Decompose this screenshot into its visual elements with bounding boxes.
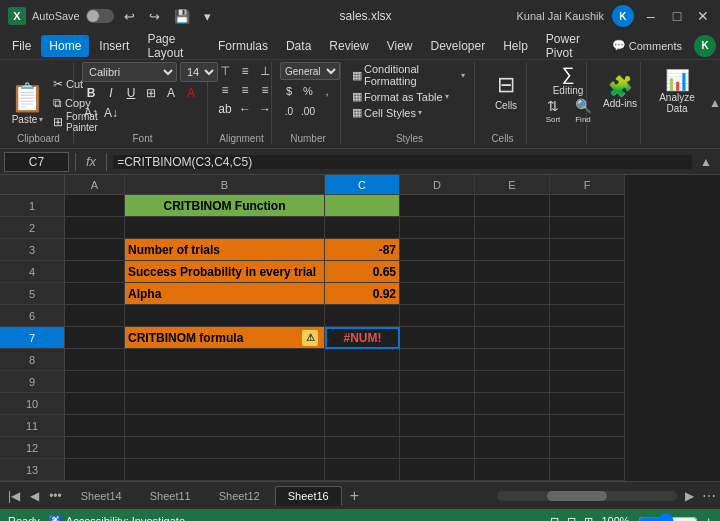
number-format-select[interactable]: General <box>280 62 340 80</box>
cell-E4[interactable] <box>475 261 550 283</box>
cell-F1[interactable] <box>550 195 625 217</box>
col-header-E[interactable]: E <box>475 175 550 195</box>
row-header-3[interactable]: 3 <box>0 239 65 261</box>
analyze-button[interactable]: 📊 Analyze Data <box>649 62 705 120</box>
cell-F3[interactable] <box>550 239 625 261</box>
row-header-10[interactable]: 10 <box>0 393 65 415</box>
row-header-2[interactable]: 2 <box>0 217 65 239</box>
cell-D7[interactable] <box>400 327 475 349</box>
add-sheet-button[interactable]: + <box>344 487 365 505</box>
cell-F7[interactable] <box>550 327 625 349</box>
cell-E5[interactable] <box>475 283 550 305</box>
cell-B9[interactable] <box>125 371 325 393</box>
tab-nav-more[interactable]: ••• <box>45 487 66 505</box>
cell-C12[interactable] <box>325 437 400 459</box>
border-button[interactable]: ⊞ <box>142 84 160 102</box>
cell-A6[interactable] <box>65 305 125 327</box>
menu-review[interactable]: Review <box>321 35 376 57</box>
cell-F4[interactable] <box>550 261 625 283</box>
font-color-button[interactable]: A <box>182 84 200 102</box>
cell-B1[interactable]: CRITBINOM Function <box>125 195 325 217</box>
cell-C9[interactable] <box>325 371 400 393</box>
cell-C1[interactable] <box>325 195 400 217</box>
cell-D9[interactable] <box>400 371 475 393</box>
cell-A4[interactable] <box>65 261 125 283</box>
save-icon[interactable]: 💾 <box>170 7 194 26</box>
cell-B8[interactable] <box>125 349 325 371</box>
redo-icon[interactable]: ↪ <box>145 7 164 26</box>
cell-F8[interactable] <box>550 349 625 371</box>
increase-decimal-button[interactable]: .00 <box>299 102 317 120</box>
formula-input[interactable] <box>113 155 692 169</box>
add-ins-button[interactable]: 🧩 Add-ins <box>595 62 645 120</box>
cell-D5[interactable] <box>400 283 475 305</box>
editing-icon[interactable]: ∑ <box>562 64 575 85</box>
paste-button[interactable]: 📋 Paste▾ <box>8 79 47 127</box>
zoom-slider[interactable] <box>638 516 698 521</box>
sort-filter-button[interactable]: ⇅ Sort <box>539 98 567 124</box>
cell-B13[interactable] <box>125 459 325 481</box>
cell-D2[interactable] <box>400 217 475 239</box>
cell-B4[interactable]: Success Probability in every trial <box>125 261 325 283</box>
cell-D6[interactable] <box>400 305 475 327</box>
cell-A12[interactable] <box>65 437 125 459</box>
ribbon-user-badge[interactable]: K <box>694 35 716 57</box>
cell-B2[interactable] <box>125 217 325 239</box>
formula-expand-icon[interactable]: ▲ <box>696 155 716 169</box>
menu-file[interactable]: File <box>4 35 39 57</box>
cell-E3[interactable] <box>475 239 550 261</box>
row-header-4[interactable]: 4 <box>0 261 65 283</box>
cell-E12[interactable] <box>475 437 550 459</box>
increase-font-button[interactable]: A↑ <box>82 104 100 122</box>
cells-button[interactable]: ⊟ Cells <box>491 68 521 115</box>
cell-D8[interactable] <box>400 349 475 371</box>
row-header-1[interactable]: 1 <box>0 195 65 217</box>
cell-D10[interactable] <box>400 393 475 415</box>
scroll-thumb[interactable] <box>547 491 607 501</box>
underline-button[interactable]: U <box>122 84 140 102</box>
cell-A5[interactable] <box>65 283 125 305</box>
row-header-7[interactable]: 7 <box>0 327 65 349</box>
cell-C10[interactable] <box>325 393 400 415</box>
name-box[interactable] <box>4 152 69 172</box>
minimize-button[interactable]: – <box>642 7 660 25</box>
decrease-font-button[interactable]: A↓ <box>102 104 120 122</box>
cell-B10[interactable] <box>125 393 325 415</box>
align-middle-button[interactable]: ≡ <box>236 62 254 80</box>
cell-E11[interactable] <box>475 415 550 437</box>
view-page-icon[interactable]: ⊞ <box>584 515 593 522</box>
cell-F6[interactable] <box>550 305 625 327</box>
cell-B7[interactable]: CRITBINOM formula ⚠ <box>125 327 325 349</box>
row-header-5[interactable]: 5 <box>0 283 65 305</box>
row-header-12[interactable]: 12 <box>0 437 65 459</box>
cell-D4[interactable] <box>400 261 475 283</box>
more-toolbar-icon[interactable]: ▾ <box>200 7 215 26</box>
italic-button[interactable]: I <box>102 84 120 102</box>
col-header-A[interactable]: A <box>65 175 125 195</box>
format-as-table-button[interactable]: ▦ Format as Table ▾ <box>349 89 468 104</box>
decrease-decimal-button[interactable]: .0 <box>280 102 298 120</box>
cell-D11[interactable] <box>400 415 475 437</box>
menu-help[interactable]: Help <box>495 35 536 57</box>
sheet-tab-sheet11[interactable]: Sheet11 <box>137 486 204 506</box>
menu-data[interactable]: Data <box>278 35 319 57</box>
cell-E1[interactable] <box>475 195 550 217</box>
cell-F2[interactable] <box>550 217 625 239</box>
cell-F12[interactable] <box>550 437 625 459</box>
cell-B11[interactable] <box>125 415 325 437</box>
cell-A8[interactable] <box>65 349 125 371</box>
close-button[interactable]: ✕ <box>694 7 712 25</box>
orientation-button[interactable]: ab <box>216 100 234 118</box>
cell-F5[interactable] <box>550 283 625 305</box>
undo-icon[interactable]: ↩ <box>120 7 139 26</box>
cell-C3[interactable]: -87 <box>325 239 400 261</box>
sheet-tab-sheet14[interactable]: Sheet14 <box>68 486 135 506</box>
cell-A10[interactable] <box>65 393 125 415</box>
indent-decrease-button[interactable]: ← <box>236 100 254 118</box>
cell-E2[interactable] <box>475 217 550 239</box>
autosave-toggle[interactable] <box>86 9 114 23</box>
row-header-9[interactable]: 9 <box>0 371 65 393</box>
cell-A11[interactable] <box>65 415 125 437</box>
tab-nav-right[interactable]: ▶ <box>681 487 698 505</box>
bold-button[interactable]: B <box>82 84 100 102</box>
